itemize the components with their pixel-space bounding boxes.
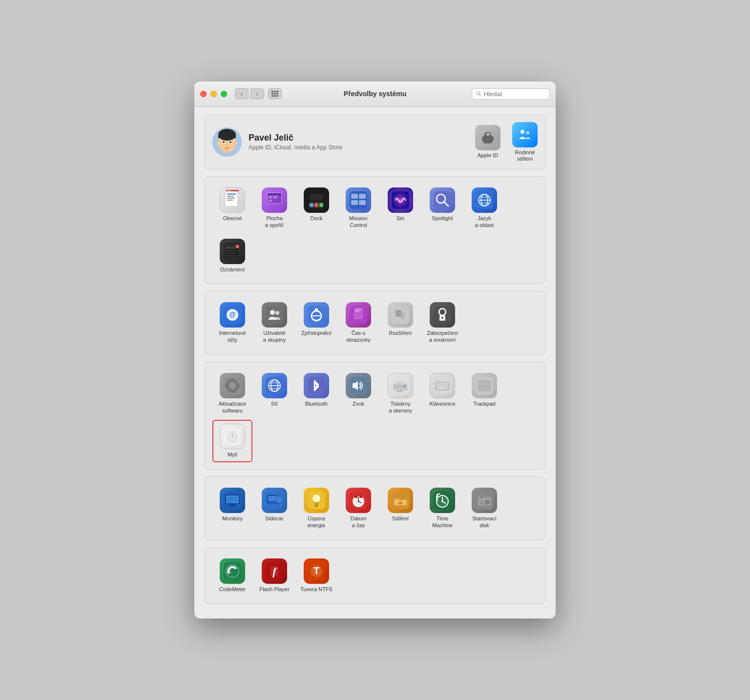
traffic-lights xyxy=(200,91,227,97)
grid-view-button[interactable] xyxy=(268,88,282,99)
zpristupneni-icon xyxy=(304,302,329,328)
datum-item[interactable]: 18 Datuma čas xyxy=(338,484,378,533)
forward-button[interactable]: › xyxy=(250,88,264,99)
search-input[interactable] xyxy=(484,90,545,98)
siri-label: Siri xyxy=(396,215,404,222)
zpristupneni-item[interactable]: Zpřístupnění xyxy=(296,298,336,348)
profile-name: Pavel Jelič xyxy=(249,133,475,143)
uspora-icon xyxy=(304,488,329,513)
svg-rect-119 xyxy=(437,385,438,387)
jazyk-item[interactable]: Jazyka oblast xyxy=(464,184,504,233)
svg-point-70 xyxy=(270,310,275,315)
mys-label: Myš xyxy=(228,452,237,458)
svg-line-10 xyxy=(479,95,481,96)
rozsireni-item[interactable]: Rozšíření xyxy=(380,298,420,348)
svg-point-61 xyxy=(227,247,228,248)
svg-rect-169 xyxy=(479,501,484,502)
svg-point-18 xyxy=(229,141,231,143)
minimize-button[interactable] xyxy=(210,91,217,97)
svg-rect-46 xyxy=(351,200,358,205)
svg-rect-145 xyxy=(314,502,318,503)
sidecar-item[interactable]: Sidecar xyxy=(254,484,294,533)
cas-icon xyxy=(346,302,371,328)
svg-point-41 xyxy=(319,203,323,207)
dock-item[interactable]: Dock xyxy=(296,184,336,233)
startovaci-item[interactable]: Startovacídisk xyxy=(464,484,504,533)
siri-item[interactable]: Siri xyxy=(380,184,420,233)
svg-point-111 xyxy=(403,385,405,387)
back-button[interactable]: ‹ xyxy=(235,88,249,99)
aktualizace-item[interactable]: Aktualizacesoftwaru xyxy=(212,369,252,418)
obecne-item[interactable]: New Obecné xyxy=(212,184,252,233)
svg-rect-94 xyxy=(225,385,228,387)
flash-item[interactable]: f Flash Player xyxy=(254,555,294,597)
spotlight-item[interactable]: Spotlight xyxy=(422,184,462,233)
svg-rect-2 xyxy=(276,91,278,92)
svg-text:1: 1 xyxy=(237,245,238,248)
svg-rect-92 xyxy=(231,378,233,381)
monitory-item[interactable]: Monitory xyxy=(212,484,252,533)
svg-point-168 xyxy=(486,501,488,503)
internet-item[interactable]: @ Internetovéúčty xyxy=(212,298,252,348)
flash-icon: f xyxy=(262,558,287,584)
svg-point-23 xyxy=(526,131,529,134)
svg-rect-45 xyxy=(359,194,366,199)
oznameni-item[interactable]: 1 Oznámení xyxy=(212,235,252,277)
profile-icons: Apple ID Rodinnésdílení xyxy=(475,122,538,162)
internet-icon: @ xyxy=(220,302,245,328)
zabezpeceni-icon xyxy=(430,302,455,328)
zvuk-item[interactable]: Zvuk xyxy=(338,369,378,418)
obecne-icon: New xyxy=(220,187,245,213)
spotlight-icon xyxy=(430,187,455,213)
svg-rect-109 xyxy=(396,390,404,391)
svg-rect-146 xyxy=(314,504,318,505)
section-3: Aktualizacesoftwaru Síť xyxy=(204,362,546,470)
mission-item[interactable]: MissionControl xyxy=(338,184,378,233)
sit-label: Síť xyxy=(271,401,278,408)
jazyk-label: Jazyka oblast xyxy=(475,215,494,229)
uzivatele-icon xyxy=(262,302,287,328)
codemeter-item[interactable]: CodeMeter xyxy=(212,555,252,597)
svg-rect-6 xyxy=(271,95,273,97)
mys-item[interactable]: Myš xyxy=(212,420,252,462)
tuxera-item[interactable]: T Tuxera NTFS xyxy=(296,555,336,597)
sit-item[interactable]: Síť xyxy=(254,369,294,418)
svg-rect-3 xyxy=(271,93,273,95)
search-box[interactable] xyxy=(472,88,550,100)
time-item[interactable]: TimeMachine xyxy=(422,484,462,533)
avatar[interactable] xyxy=(212,127,242,157)
klavesnice-item[interactable]: Klávesnice xyxy=(422,369,462,418)
svg-rect-123 xyxy=(446,385,448,387)
tiskarny-item[interactable]: Tiskárnya skenery xyxy=(380,369,420,418)
close-button[interactable] xyxy=(200,91,207,97)
sdileni-label: Sdílení xyxy=(392,515,409,522)
svg-text:!: ! xyxy=(400,501,401,504)
svg-rect-8 xyxy=(276,95,278,97)
zabezpeceni-item[interactable]: Zabezpečenía soukromí xyxy=(422,298,462,348)
svg-rect-69 xyxy=(266,306,283,324)
flash-label: Flash Player xyxy=(259,586,289,593)
uspora-item[interactable]: Úsporaenergie xyxy=(296,484,336,533)
apple-id-item[interactable]: Apple ID xyxy=(475,125,500,159)
sdileni-item[interactable]: ! Sdílení xyxy=(380,484,420,533)
svg-rect-33 xyxy=(268,193,281,195)
maximize-button[interactable] xyxy=(221,91,227,97)
section-3-grid: Aktualizacesoftwaru Síť xyxy=(212,369,538,462)
bluetooth-item[interactable]: Bluetooth xyxy=(296,369,336,418)
tiskarny-icon xyxy=(388,373,413,398)
content: Pavel Jelič Apple ID, iCloud, média a Ap… xyxy=(194,107,556,619)
svg-rect-110 xyxy=(396,391,402,392)
svg-rect-102 xyxy=(308,377,325,394)
svg-rect-25 xyxy=(227,193,236,195)
zvuk-icon xyxy=(346,373,371,398)
plocha-item[interactable]: Plochaa spořič xyxy=(254,184,294,233)
cas-item[interactable]: Čas u obrazovky xyxy=(338,298,378,348)
uzivatele-item[interactable]: Uživateléa skupiny xyxy=(254,298,294,348)
svg-text:T: T xyxy=(313,565,319,576)
section-4: Monitory xyxy=(204,476,546,540)
svg-rect-93 xyxy=(231,391,233,393)
trackpad-item[interactable]: Trackpad xyxy=(464,369,504,418)
family-item[interactable]: Rodinnésdílení xyxy=(512,122,538,162)
svg-rect-80 xyxy=(355,309,361,310)
svg-rect-26 xyxy=(227,196,234,197)
